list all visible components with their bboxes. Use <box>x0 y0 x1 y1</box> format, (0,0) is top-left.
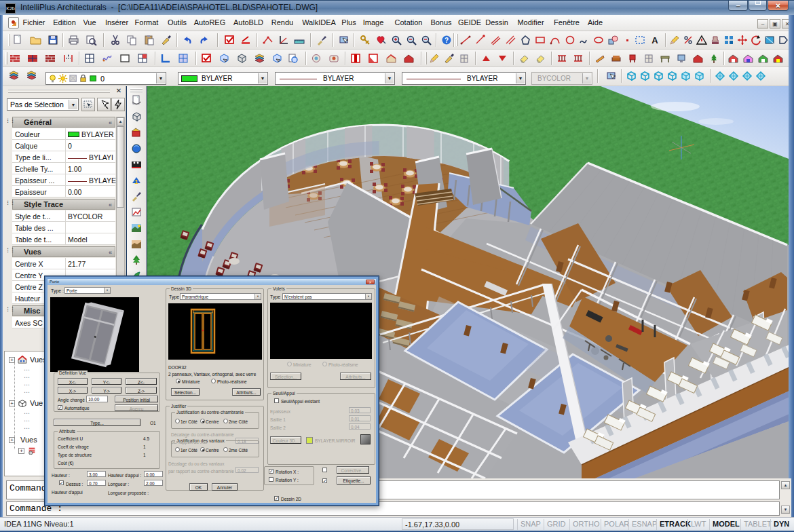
svg-text:A: A <box>651 35 658 45</box>
svg-text:0: 0 <box>100 75 105 83</box>
svg-text:?: ? <box>445 37 449 44</box>
svg-text:1: 1 <box>134 178 138 185</box>
